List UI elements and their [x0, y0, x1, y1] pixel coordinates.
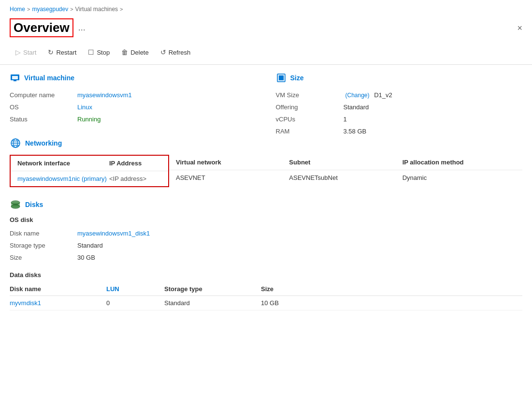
networking-section-header: Networking: [10, 137, 522, 149]
svg-rect-2: [14, 80, 16, 81]
vm-props: Computer name myasewindowsvm1 OS Linux S…: [10, 89, 257, 125]
delete-label: Delete: [130, 49, 149, 56]
size-section-header: Size: [276, 73, 523, 83]
restart-label: Restart: [56, 49, 76, 56]
vm-value-status: Running: [77, 116, 101, 123]
breadcrumb-home[interactable]: Home: [10, 6, 25, 13]
vm-section: Virtual machine Computer name myasewindo…: [10, 73, 257, 137]
main-content: Virtual machine Computer name myasewindo…: [0, 65, 532, 326]
vm-label-status: Status: [10, 116, 77, 123]
delete-icon: 🗑: [121, 48, 128, 56]
breadcrumb: Home > myasegpudev > Virtual machines >: [0, 0, 532, 16]
header-left: Overview ...: [10, 18, 86, 37]
disks-section: Disks OS disk Disk name myasewindowsvm1_…: [10, 199, 522, 310]
breadcrumb-myasegpudev[interactable]: myasegpudev: [32, 6, 68, 13]
net-header-subnet: Subnet: [289, 159, 402, 166]
disks-section-title: Disks: [25, 201, 43, 208]
size-value-offering: Standard: [344, 103, 369, 111]
net-ipalloc-0: Dynamic: [403, 174, 516, 181]
breadcrumb-sep-2: >: [70, 6, 73, 12]
close-button[interactable]: ×: [517, 24, 522, 32]
os-disk-value-name[interactable]: myasewindowsvm1_disk1: [77, 230, 150, 237]
restart-button[interactable]: ↻ Restart: [42, 46, 82, 59]
size-value-ram: 3.58 GB: [344, 128, 367, 135]
data-disk-lun-0: 0: [106, 296, 164, 310]
net-data-row-0: myasewindowsvm1nic (primary) <IP address…: [11, 171, 168, 186]
breadcrumb-sep-3: >: [120, 6, 123, 12]
vmsize-change-link[interactable]: (Change): [345, 92, 370, 99]
start-button[interactable]: ▷ Start: [10, 46, 42, 59]
data-disk-size-0: 10 GB: [261, 296, 522, 310]
net-header-interface: Network interface: [17, 160, 109, 167]
disks-section-header: Disks: [10, 199, 522, 210]
data-disk-name-0[interactable]: myvmdisk1: [10, 296, 106, 310]
vm-section-header: Virtual machine: [10, 73, 257, 83]
col-diskname: Disk name: [10, 282, 106, 296]
page-wrapper: Home > myasegpudev > Virtual machines > …: [0, 0, 532, 413]
net-interface-0[interactable]: myasewindowsvm1nic (primary): [17, 175, 109, 182]
net-vnet-0: ASEVNET: [176, 174, 289, 181]
size-props: VM Size (Change) D1_v2 Offering Standard…: [276, 89, 523, 137]
networking-section: Networking Network interface IP Address …: [10, 137, 522, 187]
os-disk-label-storage: Storage type: [10, 242, 77, 249]
vm-value-computername[interactable]: myasewindowsvm1: [77, 91, 132, 99]
breadcrumb-vms[interactable]: Virtual machines: [75, 6, 118, 13]
os-disk-label-size: Size: [10, 254, 77, 261]
col-storagetype: Storage type: [164, 282, 261, 296]
data-disks-body: myvmdisk1 0 Standard 10 GB: [10, 296, 522, 310]
ellipsis-button[interactable]: ...: [78, 23, 86, 33]
delete-button[interactable]: 🗑 Delete: [115, 46, 155, 59]
page-header: Overview ... ×: [0, 16, 532, 43]
page-title: Overview: [10, 18, 73, 37]
vm-value-os[interactable]: Linux: [77, 103, 92, 111]
net-header-ip: IP Address: [109, 160, 142, 167]
data-disks-subsection: Data disks Disk name LUN Storage type Si…: [10, 271, 522, 310]
network-table-container: Network interface IP Address myasewindow…: [10, 155, 522, 187]
size-icon: [276, 73, 287, 83]
refresh-label: Refresh: [169, 49, 191, 56]
stop-icon: ☐: [88, 48, 94, 56]
restart-icon: ↻: [48, 48, 54, 56]
net-right-data-row-0: ASEVNET ASEVNETsubNet Dynamic: [169, 170, 522, 185]
size-label-vcpus: vCPUs: [276, 116, 344, 123]
os-disk-value-storage: Standard: [77, 242, 103, 249]
os-disk-label-name: Disk name: [10, 230, 77, 237]
os-disk-value-size: 30 GB: [77, 254, 95, 261]
refresh-icon: ↺: [160, 48, 166, 56]
start-label: Start: [23, 49, 36, 56]
svg-rect-1: [12, 76, 18, 79]
net-header-ipalloc: IP allocation method: [403, 159, 516, 166]
vm-label-os: OS: [10, 103, 77, 111]
net-header-vnet: Virtual network: [176, 159, 289, 166]
size-label-offering: Offering: [276, 103, 344, 111]
svg-rect-5: [279, 75, 284, 80]
vm-icon: [10, 73, 20, 83]
size-section-title: Size: [290, 74, 304, 82]
stop-button[interactable]: ☐ Stop: [82, 46, 115, 59]
size-prop-vmsize: VM Size (Change) D1_v2: [276, 89, 523, 101]
refresh-button[interactable]: ↺ Refresh: [155, 46, 197, 59]
size-value-vmsize: (Change) D1_v2: [344, 91, 392, 99]
net-right-header-row: Virtual network Subnet IP allocation met…: [169, 155, 522, 170]
os-disk-title: OS disk: [10, 216, 522, 223]
vm-size-row: Virtual machine Computer name myasewindo…: [10, 73, 522, 137]
toolbar: ▷ Start ↻ Restart ☐ Stop 🗑 Delete ↺ Refr…: [0, 43, 532, 65]
size-label-ram: RAM: [276, 128, 344, 135]
size-label-vmsize: VM Size: [276, 91, 344, 99]
data-disks-table: Disk name LUN Storage type Size myvmdisk…: [10, 282, 522, 310]
size-prop-ram: RAM 3.58 GB: [276, 125, 523, 137]
networking-section-title: Networking: [25, 139, 62, 147]
os-disk-props: Disk name myasewindowsvm1_disk1 Storage …: [10, 227, 522, 264]
size-prop-offering: Offering Standard: [276, 101, 523, 113]
network-highlight-box: Network interface IP Address myasewindow…: [10, 155, 169, 187]
net-header-row: Network interface IP Address: [11, 156, 168, 171]
vmsize-value: D1_v2: [374, 91, 392, 99]
col-lun: LUN: [106, 282, 164, 296]
net-ip-0: <IP address>: [109, 175, 146, 182]
data-disks-title: Data disks: [10, 271, 522, 279]
start-icon: ▷: [15, 48, 21, 56]
size-section: Size VM Size (Change) D1_v2 Offering Sta…: [276, 73, 523, 137]
vm-label-computername: Computer name: [10, 91, 77, 99]
os-disk-prop-name: Disk name myasewindowsvm1_disk1: [10, 227, 522, 239]
os-disk-subsection: OS disk Disk name myasewindowsvm1_disk1 …: [10, 216, 522, 264]
